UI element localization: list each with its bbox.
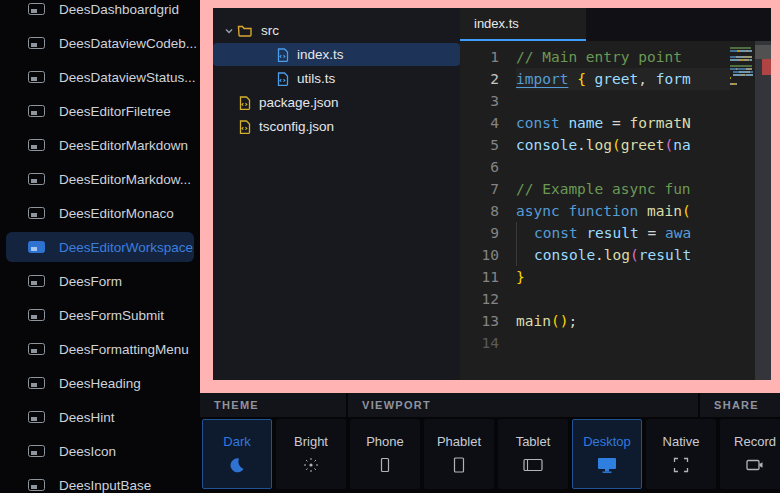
tree-folder-src[interactable]: src <box>213 19 460 42</box>
component-icon-detail <box>31 213 37 217</box>
dark-button[interactable]: Dark <box>202 419 272 489</box>
sidebar-item-deeseditormonaco[interactable]: DeesEditorMonaco <box>6 198 194 228</box>
code-token: main <box>516 313 551 329</box>
code-line[interactable] <box>516 90 730 112</box>
code-token: form <box>656 71 691 87</box>
minimap-segment <box>736 83 737 85</box>
code-line[interactable]: } <box>516 266 730 288</box>
sidebar-item-deesicon[interactable]: DeesIcon <box>6 436 194 466</box>
sidebar-item-deesformsubmit[interactable]: DeesFormSubmit <box>6 300 194 330</box>
native-button[interactable]: Native <box>646 419 716 489</box>
tablet-button[interactable]: Tablet <box>498 419 568 489</box>
code-line[interactable]: import { greet, form <box>516 68 730 90</box>
record-icon <box>746 456 764 474</box>
line-number: 6 <box>460 156 499 178</box>
code-token: log <box>586 137 612 153</box>
bright-button[interactable]: Bright <box>276 419 346 489</box>
json-file-icon <box>239 96 251 110</box>
component-icon-detail <box>31 247 37 251</box>
code-token: { <box>577 71 586 87</box>
error-marker <box>762 59 771 75</box>
code-line[interactable]: // Example async fun <box>516 178 730 200</box>
tree-file-tsconfig-json[interactable]: tsconfig.json <box>213 115 460 138</box>
code-lines[interactable]: // Main entry pointimport { greet, formc… <box>516 46 730 380</box>
code-line[interactable]: main(); <box>516 310 730 332</box>
sidebar-item-deeseditormarkdown[interactable]: DeesEditorMarkdown <box>6 130 194 160</box>
code-line[interactable]: const result = awa <box>516 222 730 244</box>
record-button[interactable]: Record <box>720 419 780 489</box>
code-editor: index.ts 1234567891011121314 // Main ent… <box>460 8 771 380</box>
component-icon-detail <box>31 9 37 13</box>
editor-tab-index-ts[interactable]: index.ts <box>460 8 586 41</box>
code-line[interactable]: async function main( <box>516 200 730 222</box>
sidebar-item-deesdataviewcodeb---[interactable]: DeesDataviewCodeb... <box>6 28 194 58</box>
sidebar-item-deeseditorfiletree[interactable]: DeesEditorFiletree <box>6 96 194 126</box>
phablet-button[interactable]: Phablet <box>424 419 494 489</box>
minimap-segment <box>751 68 752 70</box>
tree-file-index-ts[interactable]: index.ts <box>213 43 460 66</box>
line-number: 8 <box>460 200 499 222</box>
button-label: Dark <box>223 434 250 449</box>
minimap-segment <box>740 71 747 73</box>
control-bar-buttons: DarkBrightPhonePhabletTabletDesktopNativ… <box>200 417 780 493</box>
minimap-line <box>730 83 755 85</box>
scrollbar-thumb[interactable] <box>755 45 771 59</box>
tree-file-utils-ts[interactable]: utils.ts <box>213 67 460 90</box>
sidebar-item-deeshint[interactable]: DeesHint <box>6 402 194 432</box>
component-icon-detail <box>31 383 37 387</box>
code-token: // Main entry point <box>516 49 682 65</box>
component-icon <box>28 343 45 355</box>
sidebar-item-label: DeesForm <box>59 274 122 289</box>
control-bar: THEMEVIEWPORTSHARE DarkBrightPhonePhable… <box>200 393 780 493</box>
code-line[interactable]: console.log(result <box>516 244 730 266</box>
editor-scrollbar[interactable] <box>755 41 771 380</box>
tree-file-package-json[interactable]: package.json <box>213 91 460 114</box>
minimap-segment <box>746 74 753 76</box>
code-line[interactable] <box>516 156 730 178</box>
phone-button[interactable]: Phone <box>350 419 420 489</box>
sidebar-item-deeseditormarkdow---[interactable]: DeesEditorMarkdow... <box>6 164 194 194</box>
component-icon-detail <box>31 349 37 353</box>
code-token: result <box>586 225 638 241</box>
minimap[interactable] <box>730 41 755 380</box>
code-line[interactable] <box>516 288 730 310</box>
sidebar-item-deesformattingmenu[interactable]: DeesFormattingMenu <box>6 334 194 364</box>
code-token <box>647 71 656 87</box>
sidebar-item-deesform[interactable]: DeesForm <box>6 266 194 296</box>
sidebar-item-deesdashboardgrid[interactable]: DeesDashboardgrid <box>6 0 194 24</box>
minimap-line <box>730 77 755 79</box>
sidebar-item-deesinputbase[interactable]: DeesInputBase <box>6 470 194 493</box>
code-token <box>586 71 595 87</box>
chevron-down-icon[interactable] <box>221 26 237 36</box>
minimap-line <box>730 65 755 67</box>
editor-workspace: srcindex.tsutils.tspackage.jsontsconfig.… <box>213 8 771 380</box>
ts-file-icon <box>277 72 289 86</box>
desktop-button[interactable]: Desktop <box>572 419 642 489</box>
code-line[interactable]: // Main entry point <box>516 46 730 68</box>
tablet-icon <box>523 456 543 474</box>
sidebar-item-deesdataviewstatus---[interactable]: DeesDataviewStatus... <box>6 62 194 92</box>
sidebar-item-deeseditorworkspace[interactable]: DeesEditorWorkspace <box>6 232 194 262</box>
ts-file-icon <box>277 48 289 62</box>
component-icon <box>28 207 45 219</box>
sidebar-item-label: DeesEditorMarkdow... <box>59 172 191 187</box>
code-line[interactable] <box>516 332 730 354</box>
minimap-line <box>730 62 755 64</box>
component-icon <box>28 139 45 151</box>
tree-item-label: src <box>261 23 279 38</box>
button-label: Desktop <box>583 434 631 449</box>
code-token: const <box>516 115 560 131</box>
sidebar-item-deesheading[interactable]: DeesHeading <box>6 368 194 398</box>
code-line[interactable]: console.log(greet(na <box>516 134 730 156</box>
button-label: Phablet <box>437 434 481 449</box>
sidebar-item-label: DeesFormSubmit <box>59 308 164 323</box>
component-icon <box>28 3 45 15</box>
code-token: ( <box>551 313 560 329</box>
code-area[interactable]: 1234567891011121314 // Main entry pointi… <box>460 41 730 380</box>
code-token: ; <box>568 313 577 329</box>
code-line[interactable]: const name = formatN <box>516 112 730 134</box>
component-icon <box>28 377 45 389</box>
code-token: import <box>516 71 568 87</box>
code-token <box>638 203 647 219</box>
button-label: Tablet <box>516 434 551 449</box>
